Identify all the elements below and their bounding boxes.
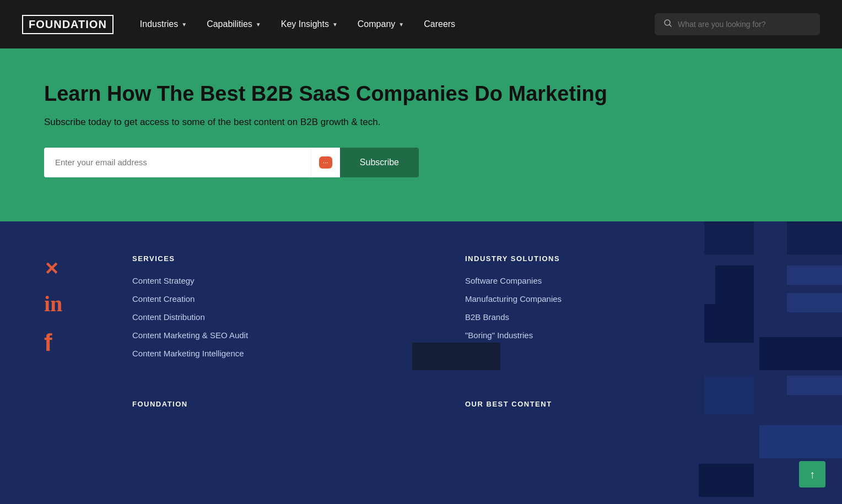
- services-header: SERVICES: [132, 254, 443, 263]
- deco-block: [759, 425, 842, 458]
- footer-area: ✕ in f SERVICES Content Strategy Content…: [0, 221, 842, 454]
- our-best-header: OUR BEST CONTENT: [465, 400, 776, 408]
- link-manufacturing-companies[interactable]: Manufacturing Companies: [465, 294, 776, 304]
- deco-block: [787, 376, 842, 395]
- linkedin-icon[interactable]: in: [44, 293, 132, 315]
- facebook-icon[interactable]: f: [44, 330, 132, 355]
- link-software-companies[interactable]: Software Companies: [465, 276, 776, 285]
- navbar: FOUNDATION Industries ▼ Capabilities ▼ K…: [0, 0, 842, 48]
- subscribe-icon-area: ···: [311, 148, 340, 177]
- search-input[interactable]: [678, 20, 811, 29]
- footer-bottom-row: FOUNDATION OUR BEST CONTENT: [44, 400, 798, 421]
- hero-heading: Learn How The Best B2B SaaS Companies Do…: [44, 82, 798, 107]
- chevron-down-icon: ▼: [181, 21, 187, 28]
- link-b2b-brands[interactable]: B2B Brands: [465, 312, 776, 322]
- link-boring-industries[interactable]: "Boring" Industries: [465, 330, 776, 340]
- link-content-strategy[interactable]: Content Strategy: [132, 276, 443, 285]
- logo[interactable]: FOUNDATION: [22, 15, 114, 34]
- nav-links: Industries ▼ Capabilities ▼ Key Insights…: [140, 19, 628, 29]
- chevron-down-icon: ▼: [256, 21, 261, 28]
- svg-line-1: [670, 25, 672, 27]
- link-content-marketing-intelligence[interactable]: Content Marketing Intelligence: [132, 349, 443, 358]
- deco-block: [704, 221, 754, 254]
- chevron-down-icon: ▼: [332, 21, 338, 28]
- industry-header: INDUSTRY SOLUTIONS: [465, 254, 776, 263]
- footer-best-content-col: OUR BEST CONTENT: [465, 400, 798, 421]
- scroll-top-button[interactable]: ↑: [799, 461, 825, 487]
- link-content-distribution[interactable]: Content Distribution: [132, 312, 443, 322]
- dots-icon: ···: [319, 156, 332, 169]
- email-field[interactable]: [44, 148, 311, 177]
- search-bar[interactable]: [655, 13, 820, 35]
- nav-industries[interactable]: Industries ▼: [140, 19, 187, 29]
- subscribe-button[interactable]: Subscribe: [340, 148, 419, 177]
- decorative-rect: [412, 343, 500, 370]
- footer-foundation-col: FOUNDATION: [132, 400, 465, 421]
- subscribe-form: ··· Subscribe: [44, 148, 419, 177]
- deco-block: [787, 221, 842, 254]
- hero-section: Learn How The Best B2B SaaS Companies Do…: [0, 48, 842, 221]
- footer-social: ✕ in f: [44, 254, 132, 367]
- foundation-header: FOUNDATION: [132, 400, 443, 408]
- nav-company[interactable]: Company ▼: [358, 19, 404, 29]
- link-content-creation[interactable]: Content Creation: [132, 294, 443, 304]
- chevron-down-icon: ▼: [398, 21, 404, 28]
- hero-subtext: Subscribe today to get access to some of…: [44, 117, 798, 128]
- nav-key-insights[interactable]: Key Insights ▼: [281, 19, 338, 29]
- footer-industry-col: INDUSTRY SOLUTIONS Software Companies Ma…: [465, 254, 798, 367]
- link-content-marketing-seo[interactable]: Content Marketing & SEO Audit: [132, 330, 443, 340]
- twitter-x-icon[interactable]: ✕: [44, 260, 132, 278]
- nav-careers[interactable]: Careers: [424, 19, 455, 29]
- search-icon: [663, 19, 672, 30]
- deco-block: [699, 464, 754, 497]
- nav-capabilities[interactable]: Capabilities ▼: [207, 19, 261, 29]
